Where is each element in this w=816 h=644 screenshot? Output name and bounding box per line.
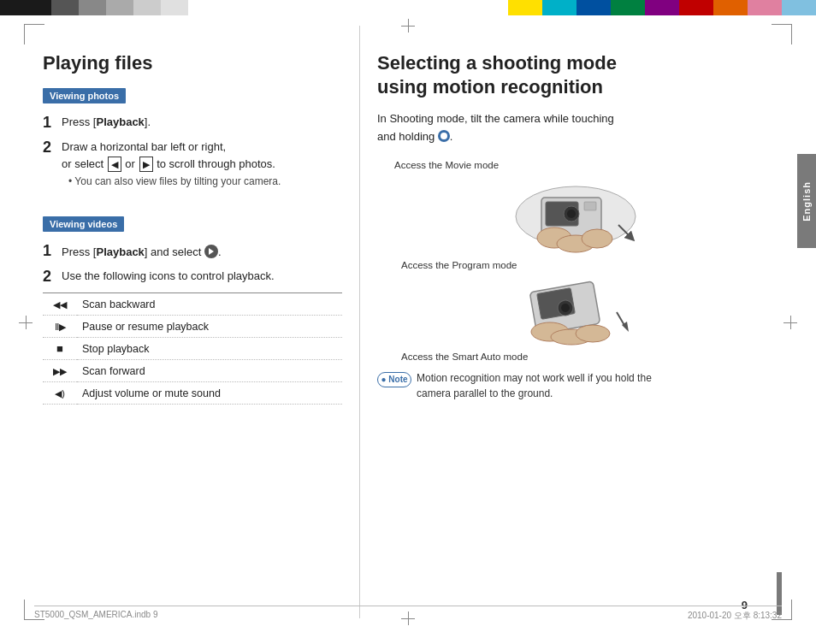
color-registration-bar: [0, 0, 816, 15]
volume-icon: [55, 387, 65, 399]
illus2-label: Access the Program mode: [401, 260, 773, 270]
illus1-svg: [490, 174, 661, 255]
note-icon: ● Note: [377, 372, 411, 387]
control-label-scan-fwd: Scan forward: [77, 360, 342, 382]
left-section-title: Playing files: [43, 51, 342, 76]
step-1: 1 Press [Playback].: [43, 114, 342, 133]
right-section-title: Selecting a shooting modeusing motion re…: [377, 51, 773, 98]
step-1-bold: Playback: [96, 115, 144, 128]
right-title-text: Selecting a shooting modeusing motion re…: [377, 52, 617, 97]
control-row-scan-back: Scan backward: [43, 293, 342, 316]
control-label-pause: Pause or resume playback: [77, 316, 342, 338]
note-circle: ●: [381, 375, 386, 384]
step-3-bold: Playback: [96, 245, 144, 258]
step-4-number: 2: [43, 268, 62, 287]
illustration-program-mode: [377, 274, 773, 346]
svg-rect-5: [584, 202, 596, 210]
control-icon-stop: [43, 338, 77, 360]
viewing-photos-badge: Viewing photos: [43, 88, 126, 103]
stop-icon: [56, 342, 63, 355]
step-2: 2 Draw a horizontal bar left or right, o…: [43, 139, 342, 189]
arrow-left-icon: ◀: [108, 157, 121, 173]
step-1-text: Press [Playback].: [62, 114, 151, 131]
step-2-text: Draw a horizontal bar left or right, or …: [62, 139, 281, 189]
play-button-icon: [204, 245, 218, 258]
control-label-volume: Adjust volume or mute sound: [77, 382, 342, 405]
page-content: Playing files Viewing photos 1 Press [Pl…: [34, 26, 782, 618]
right-column: Selecting a shooting modeusing motion re…: [359, 26, 782, 618]
control-row-stop: Stop playback: [43, 338, 342, 360]
control-icon-pause: [43, 316, 77, 338]
illustration-movie-mode: Access the Movie mode: [377, 160, 773, 255]
note-box: ● Note Motion recognition may not work w…: [377, 370, 773, 401]
playback-controls-table: Scan backward Pause or resume playback S…: [43, 292, 342, 405]
footer-left: ST5000_QSM_AMERICA.indb 9: [34, 610, 158, 622]
step-3: 1 Press [Playback] and select .: [43, 242, 342, 261]
step-4: 2 Use the following icons to control pla…: [43, 268, 342, 287]
crosshair-right: [783, 316, 797, 329]
control-row-volume: Adjust volume or mute sound: [43, 382, 342, 405]
control-icon-scan-fwd: [43, 360, 77, 382]
scan-fwd-icon: [53, 364, 67, 377]
step-3-number: 1: [43, 242, 62, 261]
language-side-tab: English: [797, 154, 816, 248]
side-tab-label: English: [801, 181, 812, 222]
control-row-scan-fwd: Scan forward: [43, 360, 342, 382]
motion-icon: [438, 130, 450, 142]
crosshair-left: [19, 316, 33, 329]
step-2-bullet: • You can also view files by tilting you…: [62, 174, 281, 189]
illus3-label: Access the Smart Auto mode: [401, 352, 773, 362]
step-2-number: 2: [43, 139, 62, 157]
step-4-text: Use the following icons to control playb…: [62, 268, 275, 285]
step-3-text: Press [Playback] and select .: [62, 242, 222, 261]
note-text: Motion recognition may not work well if …: [417, 370, 652, 401]
svg-point-15: [576, 325, 610, 342]
illus2-svg: [490, 274, 661, 346]
note-label: Note: [388, 375, 407, 384]
control-label-scan-back: Scan backward: [77, 293, 342, 316]
scan-back-icon: [53, 298, 67, 310]
left-column: Playing files Viewing photos 1 Press [Pl…: [34, 26, 359, 618]
footer: ST5000_QSM_AMERICA.indb 9 2010-01-20 오후 …: [34, 606, 782, 622]
illus1-label: Access the Movie mode: [394, 160, 499, 170]
viewing-videos-badge: Viewing videos: [43, 216, 124, 232]
footer-right: 2010-01-20 오후 8:13:32: [688, 610, 782, 622]
step-1-number: 1: [43, 114, 62, 133]
control-label-stop: Stop playback: [77, 338, 342, 360]
svg-point-4: [567, 210, 576, 218]
svg-point-8: [582, 229, 612, 248]
intro-text: In Shooting mode, tilt the camera while …: [377, 110, 773, 146]
pause-play-icon: [55, 320, 66, 333]
control-icon-scan-back: [43, 293, 77, 316]
arrow-right-icon: ▶: [139, 157, 153, 173]
control-row-pause: Pause or resume playback: [43, 316, 342, 338]
control-icon-volume: [43, 382, 77, 405]
